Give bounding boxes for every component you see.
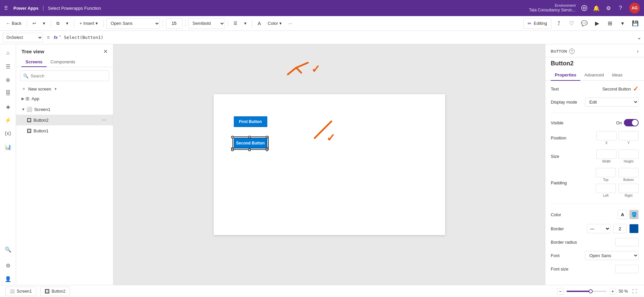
copy-button[interactable]: ⧉ xyxy=(54,18,62,29)
property-selector[interactable]: OnSelect xyxy=(3,33,43,42)
pad-right-input[interactable]: 5 xyxy=(619,184,639,193)
align-dropdown[interactable]: ▾ xyxy=(241,18,249,29)
nav-data-icon[interactable]: 🗄 xyxy=(2,87,14,99)
handle-br[interactable] xyxy=(266,148,268,151)
bottombar: ⬜ Screen1 🔲 Button2 − + 50 % ⛶ xyxy=(0,285,644,297)
screen1-tab[interactable]: ⬜ Screen1 xyxy=(5,287,36,296)
formula-input[interactable] xyxy=(64,33,634,42)
play-button[interactable]: ▶ xyxy=(592,18,602,29)
visible-toggle[interactable] xyxy=(624,119,639,126)
border-color-swatch[interactable] xyxy=(629,224,639,233)
size-h-input[interactable]: 40 xyxy=(619,150,639,159)
tab-ideas[interactable]: Ideas xyxy=(608,70,627,81)
avatar[interactable]: AG xyxy=(629,3,640,13)
search-input[interactable] xyxy=(31,73,106,78)
nav-settings-bottom-icon[interactable]: ⚙ xyxy=(2,259,14,272)
size-w-input[interactable]: 160 xyxy=(596,150,616,159)
zoom-slider[interactable] xyxy=(567,291,607,292)
nav-variables-icon[interactable]: (x) xyxy=(2,127,14,139)
border-width-input[interactable]: 2 xyxy=(613,224,627,233)
environment-icon[interactable] xyxy=(581,5,588,11)
text-color-button[interactable]: A xyxy=(255,18,264,29)
tab-components[interactable]: Components xyxy=(47,57,79,67)
border-radius-input[interactable]: 10 xyxy=(615,238,639,246)
editing-button[interactable]: ✏ Editing xyxy=(523,18,551,29)
nav-layers-icon[interactable]: ☰ xyxy=(2,60,14,72)
new-screen-dropdown-icon[interactable]: ▾ xyxy=(55,87,57,91)
undo-button[interactable]: ↩ xyxy=(30,18,39,29)
heart-button[interactable]: ♡ xyxy=(566,18,577,29)
copy-dropdown[interactable]: ▾ xyxy=(63,18,71,29)
padding-lr: 5 Left 5 Right xyxy=(596,184,639,197)
zoom-thumb[interactable] xyxy=(589,289,593,293)
nav-connectors-icon[interactable]: ⚡ xyxy=(2,114,14,126)
zoom-in-button[interactable]: + xyxy=(609,288,616,295)
share-button[interactable]: ⤴ xyxy=(553,18,564,29)
pad-left-input[interactable]: 5 xyxy=(596,184,616,193)
notifications-icon[interactable]: 🔔 xyxy=(593,5,600,11)
pad-top-group: 5 Top xyxy=(596,168,616,182)
align-button[interactable]: ☰ xyxy=(231,18,240,29)
pos-x-input[interactable]: 135 xyxy=(596,131,616,140)
undo-dropdown[interactable]: ▾ xyxy=(40,18,48,29)
button1-element[interactable]: First Button xyxy=(234,116,267,127)
handle-bl[interactable] xyxy=(231,148,234,151)
waffle-icon[interactable]: ⠿ xyxy=(4,5,8,11)
settings-icon[interactable]: ⚙ xyxy=(605,5,612,11)
handle-bc[interactable] xyxy=(248,148,251,151)
font-selector[interactable]: Open Sans xyxy=(106,18,160,29)
font-size-input[interactable] xyxy=(166,18,182,29)
color-button[interactable]: Color ▾ xyxy=(265,18,284,29)
nav-search-icon[interactable]: 🔍 xyxy=(2,243,14,255)
chevron-icon: ▼ xyxy=(21,107,25,111)
tree-item-screen1[interactable]: ▼ ⬜ Screen1 xyxy=(16,104,113,115)
text-value: Second Button xyxy=(602,86,631,92)
handle-tl[interactable] xyxy=(231,136,234,138)
handle-tr[interactable] xyxy=(266,136,268,138)
help-icon[interactable]: ? xyxy=(617,5,624,11)
tree-item-button1[interactable]: 🔲 Button1 xyxy=(16,125,113,136)
prop-position: Position 135 X 252 Y xyxy=(551,131,639,145)
comment-button[interactable]: 💬 xyxy=(579,18,590,29)
tree-item-button2[interactable]: 🔲 Button2 ··· xyxy=(16,115,113,125)
help-icon[interactable]: ? xyxy=(569,49,575,54)
zoom-out-button[interactable]: − xyxy=(557,288,564,295)
button2-tab[interactable]: 🔲 Button2 xyxy=(40,287,70,296)
grid-button[interactable]: ⊞ xyxy=(604,18,615,29)
save-button[interactable]: 💾 xyxy=(630,18,641,29)
nav-home-icon[interactable]: ⌂ xyxy=(2,47,14,59)
pad-bottom-input[interactable]: 5 xyxy=(619,168,639,177)
nav-account-icon[interactable]: 👤 xyxy=(2,273,14,285)
tab-screens[interactable]: Screens xyxy=(21,57,47,67)
position-label: Position xyxy=(551,135,584,140)
grid-dropdown[interactable]: ▾ xyxy=(617,18,628,29)
back-button[interactable]: ← Back xyxy=(3,18,24,29)
nav-analytics-icon[interactable]: 📊 xyxy=(2,141,14,153)
tab-advanced[interactable]: Advanced xyxy=(580,70,608,81)
color-fill-swatch[interactable]: 🪣 xyxy=(629,210,639,219)
border-style-selector[interactable]: — xyxy=(587,224,610,233)
item-options-icon[interactable]: ··· xyxy=(101,117,108,123)
new-screen-button[interactable]: ＋ New screen ▾ xyxy=(16,84,113,93)
nav-media-icon[interactable]: ◈ xyxy=(2,101,14,113)
nav-insert-icon[interactable]: ⊕ xyxy=(2,74,14,86)
font-weight-selector[interactable]: Semibold xyxy=(188,18,225,29)
color-swatch-a[interactable]: A xyxy=(618,210,627,219)
tree-item-app[interactable]: ▶ ⊞ App xyxy=(16,93,113,104)
button2-element[interactable]: Second Button xyxy=(234,138,267,148)
tab-properties[interactable]: Properties xyxy=(551,70,580,81)
pad-top-input[interactable]: 5 xyxy=(596,168,616,177)
chevron-icon[interactable]: ˅ xyxy=(59,35,61,40)
more-button[interactable]: ··· xyxy=(286,18,295,29)
handle-tc[interactable] xyxy=(248,136,251,138)
fullscreen-button[interactable]: ⛶ xyxy=(631,287,639,295)
pos-y-input[interactable]: 252 xyxy=(619,131,639,140)
insert-button[interactable]: + Insert ▾ xyxy=(77,18,101,29)
expand-formula-icon[interactable]: ⌄ xyxy=(637,34,641,41)
canvas-frame[interactable]: First Button Second Button xyxy=(214,94,445,235)
font-size-panel-input[interactable]: 15 xyxy=(615,265,639,273)
font-selector-panel[interactable]: Open Sans xyxy=(585,251,639,260)
display-mode-selector[interactable]: Edit xyxy=(585,98,639,107)
panel-expand-icon[interactable]: › xyxy=(637,48,639,54)
treeview-close-button[interactable]: ✕ xyxy=(103,48,108,55)
